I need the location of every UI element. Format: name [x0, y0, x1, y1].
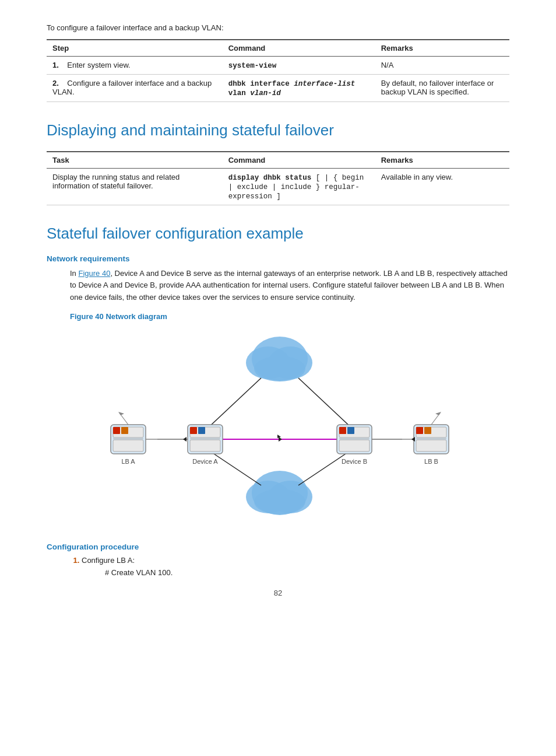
list-item-text: Configure LB A:: [82, 556, 135, 565]
step-text-2: Configure a failover interface and a bac…: [52, 79, 212, 96]
table1-col-step: Step: [47, 40, 223, 57]
display-table: Task Command Remarks Display the running…: [47, 151, 509, 205]
table1-col-remarks: Remarks: [375, 40, 509, 57]
svg-marker-44: [411, 437, 415, 442]
svg-rect-19: [113, 427, 120, 434]
config-procedure-heading: Configuration procedure: [47, 542, 509, 551]
page-number: 82: [47, 589, 509, 597]
task-text: Display the running status and related i…: [47, 168, 223, 205]
svg-rect-26: [198, 427, 205, 434]
svg-text:Device A: Device A: [192, 458, 218, 465]
intro-text: To configure a failover interface and a …: [47, 23, 509, 32]
command-2-bold: dhbk interface: [228, 80, 290, 88]
table-row: Display the running status and related i…: [47, 168, 509, 205]
config-list: Configure LB A: # Create VLAN 100.: [70, 556, 509, 577]
table2-col-remarks: Remarks: [375, 152, 509, 169]
remarks-1: N/A: [375, 57, 509, 75]
command-2-italic: interface-list: [290, 80, 356, 88]
figure-caption: Figure 40 Network diagram: [70, 312, 509, 321]
table-row: 1. Enter system view. system-view N/A: [47, 57, 509, 75]
step-number-2: 2.: [52, 79, 59, 88]
svg-point-3: [254, 356, 305, 382]
step-text-1: Enter system view.: [67, 61, 130, 69]
figure-40-link[interactable]: Figure 40: [78, 269, 110, 278]
svg-rect-34: [339, 440, 370, 452]
svg-marker-42: [183, 437, 186, 442]
section2-heading: Stateful failover configuration example: [47, 224, 509, 244]
svg-rect-32: [347, 427, 354, 434]
svg-rect-38: [424, 427, 431, 434]
network-diagram: Device A Device B LB A LB B: [70, 327, 486, 525]
svg-line-9: [298, 378, 354, 430]
table-row: 2. Configure a failover interface and a …: [47, 75, 509, 102]
table2-col-command: Command: [223, 152, 375, 169]
svg-marker-46: [118, 412, 124, 415]
svg-rect-25: [190, 427, 197, 434]
svg-rect-37: [416, 427, 423, 434]
step-number-1: 1.: [52, 61, 59, 69]
command-2-italic2: vlan-id: [246, 89, 281, 97]
svg-rect-31: [339, 427, 346, 434]
svg-rect-22: [113, 440, 143, 452]
svg-rect-28: [190, 440, 220, 452]
command-display-bold: display dhbk status: [228, 174, 312, 182]
svg-text:Device B: Device B: [342, 458, 367, 465]
diagram-svg: Device A Device B LB A LB B: [70, 327, 490, 525]
svg-rect-40: [416, 440, 446, 452]
list-item: Configure LB A:: [82, 556, 509, 565]
network-requirements-text: In Figure 40, Device A and Device B serv…: [70, 268, 509, 304]
svg-text:LB A: LB A: [121, 458, 135, 465]
section1-heading: Displaying and maintaining stateful fail…: [47, 121, 509, 141]
remarks-display: Available in any view.: [375, 168, 509, 205]
failover-table: Step Command Remarks 1. Enter system vie…: [47, 39, 509, 102]
svg-marker-48: [435, 412, 441, 415]
svg-text:LB B: LB B: [424, 458, 438, 465]
svg-rect-20: [121, 427, 128, 434]
command-2-bold2: vlan: [228, 89, 246, 97]
table2-col-task: Task: [47, 152, 223, 169]
table1-col-command: Command: [223, 40, 375, 57]
svg-line-8: [205, 378, 261, 430]
config-subtext: # Create VLAN 100.: [105, 568, 509, 577]
command-1: system-view: [228, 62, 277, 70]
network-requirements-heading: Network requirements: [47, 254, 509, 263]
svg-marker-16: [279, 437, 282, 442]
remarks-2: By default, no failover interface or bac…: [375, 75, 509, 102]
svg-point-7: [254, 489, 305, 514]
